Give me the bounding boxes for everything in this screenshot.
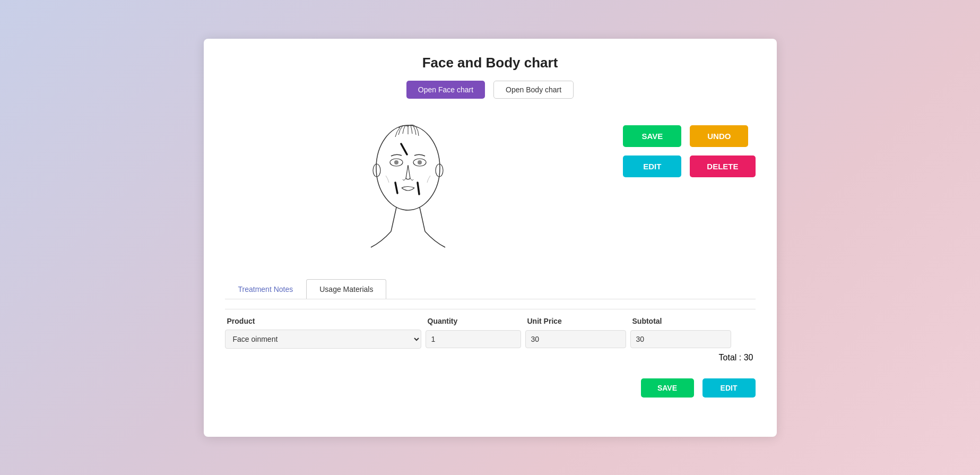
main-card: Face and Body chart Open Face chart Open… [204,39,777,437]
open-body-button[interactable]: Open Body chart [493,81,574,99]
svg-line-11 [418,183,419,194]
svg-point-6 [394,160,398,165]
action-buttons: SAVE UNDO EDIT DELETE [623,125,755,177]
save-button[interactable]: SAVE [623,125,681,147]
face-chart-svg[interactable] [355,109,461,263]
total-text: Total : 30 [225,353,753,362]
face-svg-container [225,109,592,263]
chart-area: SAVE UNDO EDIT DELETE [225,109,756,263]
tabs-container: Treatment Notes Usage Materials [225,279,756,299]
edit-bottom-button[interactable]: EDIT [703,378,756,398]
delete-button[interactable]: DELETE [690,156,755,177]
divider [225,309,756,309]
col-quantity: Quantity [428,317,523,325]
col-subtotal: Subtotal [632,317,733,325]
col-unit-price: Unit Price [527,317,628,325]
tab-usage-materials[interactable]: Usage Materials [306,279,386,299]
product-select[interactable]: Face oinment [225,330,421,349]
svg-line-1 [391,208,396,231]
save-bottom-button[interactable]: SAVE [641,378,694,398]
col-product: Product [227,317,423,325]
tab-treatment-notes[interactable]: Treatment Notes [225,279,307,299]
action-row-2: EDIT DELETE [623,156,755,177]
unit-price-input[interactable] [525,330,626,348]
svg-line-9 [401,144,407,154]
open-face-button[interactable]: Open Face chart [406,81,485,99]
svg-point-8 [418,160,422,165]
undo-button[interactable]: UNDO [690,125,748,147]
svg-point-0 [376,125,440,210]
table-header: Product Quantity Unit Price Subtotal [225,317,756,325]
subtotal-input [630,330,731,348]
chart-buttons: Open Face chart Open Body chart [225,81,756,99]
page-title: Face and Body chart [225,55,756,71]
edit-button[interactable]: EDIT [623,156,681,177]
svg-line-10 [395,183,397,193]
quantity-input[interactable] [426,330,521,348]
table-row: Face oinment [225,330,756,349]
bottom-buttons: SAVE EDIT [225,378,756,398]
action-row-1: SAVE UNDO [623,125,755,147]
svg-line-2 [420,208,425,231]
